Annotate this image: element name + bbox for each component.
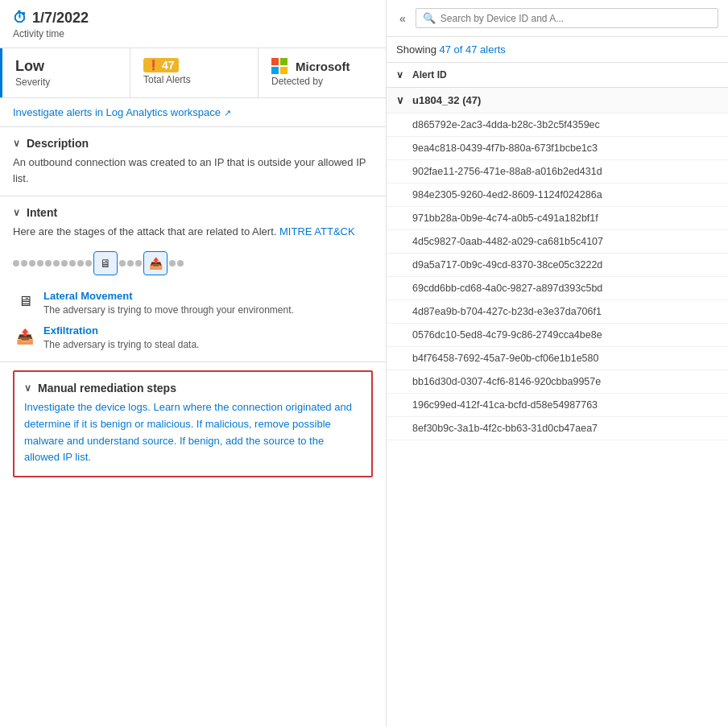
- alert-row[interactable]: 971bb28a-0b9e-4c74-a0b5-c491a182bf1f: [387, 207, 728, 230]
- chain-dot-4: [37, 260, 43, 266]
- exfiltration-icon: 📤: [13, 324, 37, 349]
- alert-count: 47: [162, 59, 175, 72]
- chain-dot-8: [69, 260, 76, 266]
- showing-count: 47 of 47 alerts: [439, 43, 505, 56]
- total-alerts-label: Total Alerts: [143, 74, 245, 85]
- remediation-chevron: ∨: [24, 382, 31, 394]
- remediation-section: ∨ Manual remediation steps Investigate t…: [13, 370, 373, 477]
- search-input[interactable]: [441, 13, 711, 24]
- investigate-link[interactable]: Investigate alerts in Log Analytics work…: [13, 106, 231, 118]
- attack-chain: 🖥 📤: [13, 245, 373, 282]
- alert-row[interactable]: 69cdd6bb-cd68-4a0c-9827-a897d393c5bd: [387, 277, 728, 300]
- remediation-body: Investigate the device logs. Learn where…: [24, 399, 362, 466]
- search-box: 🔍: [416, 8, 718, 28]
- lateral-movement-title[interactable]: Lateral Movement: [43, 290, 294, 302]
- alert-table: ∨ Alert ID ∨ u1804_32 (47) d865792e-2ac3…: [387, 63, 728, 727]
- exfiltration-title[interactable]: Exfiltration: [43, 324, 199, 337]
- chain-dot-5: [45, 260, 52, 266]
- exfiltration-item: 📤 Exfiltration The adversary is trying t…: [13, 324, 373, 352]
- lateral-movement-icon: 🖥: [13, 290, 37, 314]
- chain-dot-13: [135, 260, 142, 266]
- alert-ref: Alert.: [252, 225, 279, 238]
- table-header-row: ∨ Alert ID: [387, 63, 728, 88]
- alert-row[interactable]: 8ef30b9c-3a1b-4f2c-bb63-31d0cb47aea7: [387, 417, 728, 440]
- metrics-row: Low Severity ❗ 47 Total Alerts: [0, 48, 386, 98]
- external-link-icon: ↗: [224, 108, 231, 118]
- left-panel: ⏱ 1/7/2022 Activity time Low Severity ❗ …: [0, 0, 387, 727]
- header-chevron-col: ∨: [396, 69, 412, 81]
- alert-row[interactable]: 4d87ea9b-b704-427c-b23d-e3e37da706f1: [387, 300, 728, 324]
- description-body: An outbound connection was created to an…: [13, 155, 373, 186]
- lateral-movement-item: 🖥 Lateral Movement The adversary is tryi…: [13, 290, 373, 317]
- alert-rows-container: d865792e-2ac3-4dda-b28c-3b2c5f4359ec9ea4…: [387, 114, 728, 440]
- ms-logo-blue: [271, 67, 279, 74]
- showing-text: Showing 47 of 47 alerts: [387, 37, 728, 63]
- lateral-movement-desc: The adversary is trying to move through …: [43, 304, 294, 317]
- total-alerts-metric: ❗ 47 Total Alerts: [130, 48, 259, 97]
- alert-row[interactable]: bb16d30d-0307-4cf6-8146-920cbba9957e: [387, 370, 728, 394]
- microsoft-logo: [271, 58, 287, 74]
- chain-dot-11: [119, 260, 126, 266]
- activity-date: ⏱ 1/7/2022: [13, 10, 373, 27]
- investigate-link-text: Investigate alerts in Log Analytics work…: [13, 106, 221, 118]
- detected-by-value: Microsoft: [296, 60, 350, 73]
- detected-by-metric: Microsoft Detected by: [259, 48, 386, 97]
- intent-chevron: ∨: [13, 207, 20, 218]
- intent-section: ∨ Intent Here are the stages of the atta…: [0, 196, 386, 362]
- alert-row[interactable]: d9a5a717-0b9c-49cd-8370-38ce05c3222d: [387, 254, 728, 277]
- severity-label: Severity: [15, 76, 117, 88]
- collapse-button[interactable]: «: [396, 10, 409, 27]
- right-top-bar: « 🔍: [387, 0, 728, 37]
- lateral-movement-chain-icon[interactable]: 🖥: [93, 251, 118, 275]
- investigate-link-row[interactable]: Investigate alerts in Log Analytics work…: [0, 98, 386, 127]
- ms-logo-green: [280, 58, 287, 65]
- right-panel: « 🔍 Showing 47 of 47 alerts ∨ Alert ID ∨…: [387, 0, 728, 727]
- date-value: 1/7/2022: [32, 10, 89, 27]
- ms-logo-red: [271, 58, 279, 65]
- chain-dot-6: [53, 260, 60, 266]
- chain-dot-9: [77, 260, 84, 266]
- alert-row[interactable]: d865792e-2ac3-4dda-b28c-3b2c5f4359ec: [387, 114, 728, 137]
- alerts-value-row: ❗ 47: [143, 58, 245, 72]
- description-header[interactable]: ∨ Description: [13, 137, 373, 150]
- exfiltration-content: Exfiltration The adversary is trying to …: [43, 324, 199, 352]
- alert-id-header: Alert ID: [412, 69, 447, 81]
- description-section: ∨ Description An outbound connection was…: [0, 127, 386, 196]
- severity-value: Low: [15, 58, 117, 75]
- remediation-text-link[interactable]: Investigate the device logs. Learn where…: [24, 401, 352, 463]
- group-label: u1804_32 (47): [412, 94, 481, 106]
- clock-icon: ⏱: [13, 10, 27, 27]
- alert-row[interactable]: 984e2305-9260-4ed2-8609-1124f024286a: [387, 184, 728, 207]
- intent-header[interactable]: ∨ Intent: [13, 206, 373, 219]
- chain-dot-3: [29, 260, 35, 266]
- exfiltration-desc: The adversary is trying to steal data.: [43, 338, 199, 352]
- detected-by-label: Detected by: [271, 76, 373, 87]
- activity-label: Activity time: [13, 28, 373, 39]
- search-icon: 🔍: [423, 12, 436, 24]
- alert-row[interactable]: 9ea4c818-0439-4f7b-880a-673f1bcbe1c3: [387, 137, 728, 160]
- group-row[interactable]: ∨ u1804_32 (47): [387, 88, 728, 114]
- ms-logo-yellow: [280, 67, 287, 74]
- exfiltration-chain-icon[interactable]: 📤: [143, 251, 168, 275]
- alert-row[interactable]: 902fae11-2756-471e-88a8-a016b2ed431d: [387, 160, 728, 184]
- intent-intro-text: Here are the stages of the attack that a…: [13, 225, 250, 238]
- intent-intro: Here are the stages of the attack that a…: [13, 224, 373, 240]
- remediation-header[interactable]: ∨ Manual remediation steps: [24, 382, 362, 394]
- chain-dot-14: [169, 260, 176, 266]
- chain-dot-10: [85, 260, 92, 266]
- alert-row[interactable]: 0576dc10-5ed8-4c79-9c86-2749cca4be8e: [387, 324, 728, 347]
- chain-dot-12: [127, 260, 134, 266]
- alert-row[interactable]: 4d5c9827-0aab-4482-a029-ca681b5c4107: [387, 230, 728, 254]
- chain-dot-15: [177, 260, 184, 266]
- alert-row[interactable]: 196c99ed-412f-41ca-bcfd-d58e54987763: [387, 394, 728, 417]
- description-title: Description: [27, 137, 89, 150]
- chain-dot-1: [13, 260, 19, 266]
- lateral-movement-content: Lateral Movement The adversary is trying…: [43, 290, 294, 317]
- chain-dot-2: [21, 260, 27, 266]
- mitre-link[interactable]: MITRE ATT&CK: [279, 225, 355, 238]
- detected-by-row: Microsoft: [271, 58, 373, 74]
- alert-row[interactable]: b4f76458-7692-45a7-9e0b-cf06e1b1e580: [387, 347, 728, 370]
- intent-title: Intent: [27, 206, 57, 219]
- description-chevron: ∨: [13, 138, 20, 149]
- alert-badge: ❗ 47: [143, 58, 179, 72]
